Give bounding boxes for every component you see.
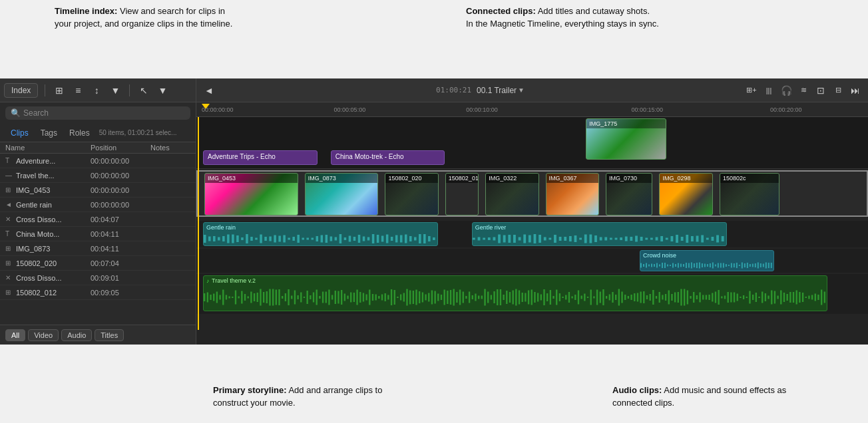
nav-left-icon[interactable]: ◄ [202, 83, 216, 98]
tab-roles[interactable]: Roles [64, 126, 95, 140]
music-clip[interactable]: ♪ Travel theme v.2 [203, 275, 827, 311]
clip-name-text: 150802_020 [16, 259, 57, 267]
skip-end-icon[interactable]: ⏭ [848, 83, 863, 98]
video-clip[interactable]: 150802_020 [385, 173, 438, 215]
svg-rect-113 [675, 264, 676, 267]
search-input[interactable] [23, 108, 185, 118]
list-view-icon[interactable]: ≡ [71, 83, 85, 98]
svg-rect-304 [684, 289, 685, 306]
timeline-timecode: 01:00:21 00.1 Trailer ▼ [219, 86, 742, 95]
svg-rect-53 [488, 237, 491, 240]
clip-type-icon: ⊞ [5, 245, 13, 252]
timeline-tracks[interactable]: Adventure Trips - EchoChina Moto-trek - … [196, 117, 868, 345]
svg-rect-27 [330, 237, 333, 241]
cursor-icon[interactable]: ↖ [136, 83, 151, 98]
audio-clip[interactable]: Gentle rain [203, 222, 438, 246]
svg-rect-151 [207, 293, 208, 303]
svg-rect-239 [481, 296, 483, 299]
svg-rect-25 [321, 235, 324, 243]
list-item[interactable]: ✕ Cross Disso... 00:04:07 [0, 212, 196, 227]
svg-rect-212 [397, 297, 398, 298]
svg-rect-2 [213, 236, 216, 241]
sidebar-tab-bar: Clips Tags Roles 50 items, 01:00:21 sele… [0, 124, 196, 142]
list-item[interactable]: ◄ Gentle rain 00:00:00:00 [0, 198, 196, 212]
svg-rect-287 [630, 295, 632, 300]
svg-rect-216 [409, 291, 411, 305]
svg-rect-32 [353, 237, 356, 241]
svg-rect-323 [743, 295, 744, 299]
svg-rect-55 [498, 235, 501, 243]
list-item[interactable]: T China Moto... 00:04:11 [0, 227, 196, 241]
svg-rect-132 [726, 264, 727, 267]
waveform-icon[interactable]: ≋ [796, 83, 811, 98]
svg-rect-274 [590, 290, 592, 305]
clip-type-icon: ⊞ [5, 289, 13, 296]
svg-rect-95 [701, 235, 704, 243]
sort-icon[interactable]: ↕ [89, 83, 104, 98]
video-clip[interactable]: 150802c [720, 173, 779, 215]
svg-rect-66 [554, 235, 556, 243]
clip-type-icon: T [5, 230, 13, 237]
video-clip[interactable]: IMG_0453 [204, 173, 298, 215]
zoom-fit-icon[interactable]: ⊟ [831, 83, 845, 98]
filter-video-button[interactable]: Video [28, 329, 59, 341]
project-dropdown-icon[interactable]: ▼ [518, 86, 525, 94]
list-item[interactable]: ⊞ IMG_0453 00:00:00:00 [0, 183, 196, 198]
audio-track-1: Gentle rain Gentle river [196, 221, 868, 247]
connected-clip[interactable]: IMG_1775 [586, 118, 666, 160]
col-position: Position [91, 144, 150, 152]
svg-rect-223 [431, 291, 433, 305]
svg-rect-63 [539, 235, 541, 243]
svg-rect-171 [269, 289, 270, 306]
add-connections-icon[interactable]: ⊞+ [744, 83, 759, 98]
svg-rect-348 [821, 290, 822, 305]
grid-view-icon[interactable]: ⊞ [52, 83, 67, 98]
svg-rect-94 [696, 236, 698, 242]
svg-rect-325 [749, 291, 750, 304]
tab-clips[interactable]: Clips [5, 126, 34, 140]
list-item[interactable]: ⊞ IMG_0873 00:04:11 [0, 241, 196, 256]
svg-rect-213 [400, 295, 401, 301]
filter-icon[interactable]: ▼ [108, 83, 122, 98]
filter-titles-button[interactable]: Titles [95, 329, 124, 341]
svg-rect-72 [584, 235, 587, 243]
connected-clip[interactable]: Adventure Trips - Echo [203, 150, 318, 165]
svg-rect-311 [706, 295, 707, 300]
list-item[interactable]: ⊞ 150802_012 00:09:05 [0, 285, 196, 300]
list-item[interactable]: — Travel the... 00:00:00:00 [0, 168, 196, 183]
headphones-icon[interactable]: 🎧 [779, 83, 793, 98]
list-item[interactable]: ✕ Cross Disso... 00:09:01 [0, 271, 196, 285]
svg-rect-315 [718, 290, 720, 305]
svg-rect-253 [525, 293, 526, 302]
svg-rect-46 [419, 234, 421, 243]
audio-clip-2[interactable]: Crowd noise [640, 250, 774, 271]
clip-name: ⊞ 150802_012 [5, 289, 91, 297]
list-item[interactable]: T Adventure... 00:00:00:00 [0, 154, 196, 168]
fullscreen-icon[interactable]: ⊡ [813, 83, 828, 98]
filter-all-button[interactable]: All [5, 329, 25, 341]
video-clip[interactable]: IMG_0873 [305, 173, 379, 215]
list-item[interactable]: ⊞ 150802_020 00:07:04 [0, 256, 196, 271]
video-clip[interactable]: IMG_0298 [659, 173, 712, 215]
audio-meter-icon[interactable]: ||| [761, 83, 776, 98]
trim-icon[interactable]: ▼ [155, 83, 170, 98]
svg-rect-112 [672, 263, 674, 268]
svg-rect-130 [720, 263, 722, 268]
video-clip[interactable]: 150802_012 [445, 173, 479, 215]
video-clip[interactable]: IMG_0367 [546, 173, 599, 215]
svg-rect-147 [765, 263, 767, 269]
svg-rect-232 [459, 290, 461, 305]
audio-clip[interactable]: Gentle river [472, 222, 727, 246]
svg-rect-34 [363, 237, 365, 241]
tab-tags[interactable]: Tags [35, 126, 63, 140]
video-clip[interactable]: IMG_0322 [485, 173, 539, 215]
svg-rect-42 [400, 235, 403, 243]
svg-rect-26 [326, 235, 328, 243]
sidebar-toolbar: Index ⊞ ≡ ↕ ▼ ↖ ▼ [0, 78, 196, 102]
svg-rect-103 [648, 265, 650, 267]
filter-audio-button[interactable]: Audio [61, 329, 92, 341]
index-tab-button[interactable]: Index [4, 83, 38, 98]
connected-clip[interactable]: China Moto-trek - Echo [331, 150, 445, 165]
svg-rect-122 [699, 263, 700, 269]
video-clip[interactable]: IMG_0730 [606, 173, 652, 215]
